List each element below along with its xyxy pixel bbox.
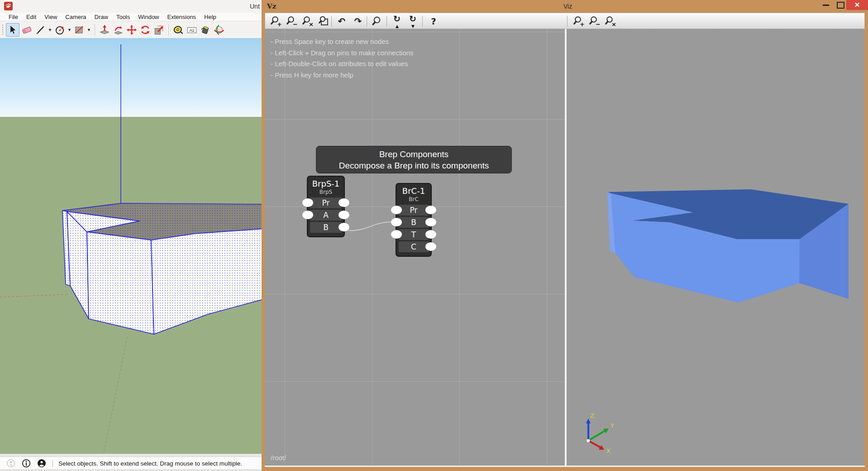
paint-bucket-tool-icon[interactable] xyxy=(199,24,212,36)
status-message: Select objects. Shift to extend select. … xyxy=(58,460,242,467)
menu-tools[interactable]: Tools xyxy=(112,14,134,20)
help-icon[interactable]: ? xyxy=(426,14,441,28)
sketchup-title-bar[interactable]: Unt xyxy=(0,0,262,13)
zoom-window-icon[interactable] xyxy=(316,14,331,28)
select-tool-icon[interactable] xyxy=(6,23,19,37)
sketchup-window: Unt File Edit View Camera Draw Tools Win… xyxy=(0,0,262,471)
output-pin-t[interactable] xyxy=(425,230,436,239)
zoom-out-icon[interactable]: − xyxy=(285,14,299,28)
rectangle-options-dropdown[interactable]: ▼ xyxy=(86,24,92,36)
node-editor-pane[interactable]: - Press Space key to create new nodes - … xyxy=(265,29,565,466)
attribute-row-pr[interactable]: Pr xyxy=(399,205,429,216)
sketchup-bottom-frame xyxy=(0,469,262,471)
viz-title-bar[interactable]: Vz Viz ✕ xyxy=(262,0,868,13)
node-subtitle: BrpS xyxy=(308,189,344,195)
rotate-tool-icon[interactable] xyxy=(139,24,152,36)
move-tool-icon[interactable] xyxy=(125,24,138,36)
sketchup-logo-icon xyxy=(4,2,13,10)
output-pin-a[interactable] xyxy=(339,211,349,219)
viz-toolbar: + − × ↶ ↷ ↻▲ ↻▼ xyxy=(265,13,865,29)
axis-label-y: Y xyxy=(610,422,614,429)
attribute-row-pr[interactable]: Pr xyxy=(310,197,342,208)
output-pin-b[interactable] xyxy=(339,223,349,231)
info-icon[interactable] xyxy=(22,459,31,468)
menu-help[interactable]: Help xyxy=(200,14,220,20)
line-options-dropdown[interactable]: ▼ xyxy=(47,24,53,36)
attribute-row-b[interactable]: B xyxy=(399,217,429,228)
eraser-tool-icon[interactable] xyxy=(20,24,33,36)
sketchup-toolbar: ▼ ▼ ▼ xyxy=(0,21,262,38)
zoom-reset-icon[interactable]: × xyxy=(300,14,315,28)
shape-center-front-face xyxy=(87,232,154,334)
sky xyxy=(0,38,262,117)
orbit-tool-icon[interactable] xyxy=(213,24,225,36)
node-title: BrC-1 xyxy=(396,186,431,196)
menu-file[interactable]: File xyxy=(5,14,22,20)
input-pin-a[interactable] xyxy=(302,211,313,219)
undo-icon[interactable]: ↶ xyxy=(334,14,349,28)
zoom-in-icon[interactable]: + xyxy=(269,14,283,28)
output-pin-c[interactable] xyxy=(425,242,436,251)
toolbar-grip[interactable] xyxy=(2,24,4,36)
sketchup-3d-viewport[interactable] xyxy=(0,38,262,454)
node-tooltip: Brep Components Decompose a Brep into it… xyxy=(316,146,512,173)
tooltip-subtitle: Decompose a Brep into its components xyxy=(316,161,511,171)
viz-window: Vz Viz ✕ + − × ↶ ↷ xyxy=(262,0,868,471)
viewport-zoom-in-icon[interactable]: + xyxy=(572,14,586,28)
close-button[interactable]: ✕ xyxy=(846,0,868,10)
brep-right-front-face xyxy=(737,239,800,303)
graph-path-breadcrumb: /root/ xyxy=(271,454,286,461)
input-pin-pr[interactable] xyxy=(302,198,313,207)
reload-down-icon[interactable]: ↻▼ xyxy=(406,14,421,28)
minimize-button[interactable] xyxy=(819,0,833,10)
tooltip-title: Brep Components xyxy=(316,149,511,159)
push-pull-tool-icon[interactable] xyxy=(98,24,111,36)
line-tool-icon[interactable] xyxy=(34,24,47,36)
viz-3d-viewport[interactable]: Z Y X xyxy=(567,29,865,466)
output-pin-pr[interactable] xyxy=(425,206,436,214)
menu-extensions[interactable]: Extensions xyxy=(163,14,200,20)
viz-bottom-frame xyxy=(265,466,865,467)
redo-icon[interactable]: ↷ xyxy=(351,14,365,28)
scale-tool-icon[interactable] xyxy=(153,24,165,36)
attribute-row-b[interactable]: B xyxy=(310,222,342,233)
tape-measure-tool-icon[interactable] xyxy=(172,24,185,36)
account-icon[interactable] xyxy=(37,459,46,468)
menu-camera[interactable]: Camera xyxy=(61,14,90,20)
reload-up-icon[interactable]: ↻▲ xyxy=(391,14,405,28)
viz-logo-icon: Vz xyxy=(267,2,276,10)
input-pin-pr[interactable] xyxy=(391,206,402,214)
menu-view[interactable]: View xyxy=(40,14,61,20)
sketchup-menu-bar: File Edit View Camera Draw Tools Window … xyxy=(0,13,262,21)
node-subtitle: BrC xyxy=(396,196,431,202)
dimension-tool-icon[interactable]: A1 xyxy=(186,24,198,36)
follow-me-tool-icon[interactable] xyxy=(112,24,124,36)
axis-label-z: Z xyxy=(590,412,594,419)
axis-label-x: X xyxy=(606,447,610,454)
node-title: BrpS-1 xyxy=(308,179,344,188)
output-pin-b[interactable] xyxy=(425,218,436,226)
attribute-row-t[interactable]: T xyxy=(399,229,429,240)
arc-tool-icon[interactable] xyxy=(53,24,66,36)
axis-triad: Z Y X xyxy=(586,412,614,454)
node-brc-1[interactable]: BrC-1 BrC Pr B T C xyxy=(396,183,432,257)
attribute-row-c[interactable]: C xyxy=(399,241,429,252)
node-brps-1[interactable]: BrpS-1 BrpS Pr A B xyxy=(307,176,345,237)
svg-text:A1: A1 xyxy=(190,28,195,32)
output-pin-pr[interactable] xyxy=(339,198,349,207)
viewport-zoom-reset-icon[interactable]: × xyxy=(603,14,618,28)
zoom-search-icon[interactable] xyxy=(370,14,384,28)
brep-solid xyxy=(607,189,849,303)
input-pin-b[interactable] xyxy=(391,218,402,226)
sketchup-status-bar: Select objects. Shift to extend select. … xyxy=(0,457,262,470)
arc-options-dropdown[interactable]: ▼ xyxy=(67,24,72,36)
menu-edit[interactable]: Edit xyxy=(22,14,40,20)
viewport-zoom-out-icon[interactable]: − xyxy=(587,14,602,28)
attribute-row-a[interactable]: A xyxy=(310,210,342,221)
input-pin-t[interactable] xyxy=(391,230,402,239)
menu-draw[interactable]: Draw xyxy=(91,14,112,20)
rectangle-tool-icon[interactable] xyxy=(73,24,86,36)
maximize-button[interactable] xyxy=(835,0,846,10)
menu-window[interactable]: Window xyxy=(134,14,163,20)
geolocation-icon[interactable] xyxy=(6,459,15,468)
